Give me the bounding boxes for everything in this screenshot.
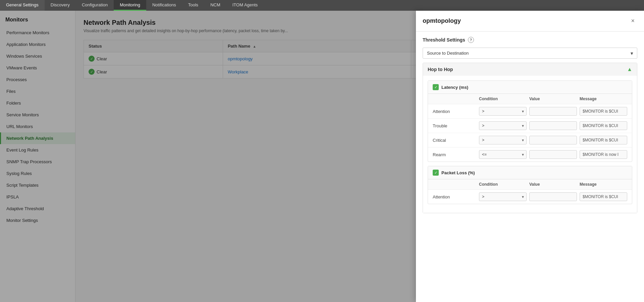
packet-loss-metric-header: ✓ Packet Loss (%) (428, 166, 632, 179)
trouble-label: Trouble (433, 123, 476, 128)
col-header-condition: Condition (479, 182, 527, 187)
latency-critical-row: Critical ><=>=<= ▼ (428, 133, 632, 147)
latency-trouble-row: Trouble ><=>=<= ▼ (428, 119, 632, 133)
nav-ncm[interactable]: NCM (204, 0, 226, 11)
packet-loss-table-header: Condition Value Message (428, 179, 632, 190)
packet-loss-metric-group: ✓ Packet Loss (%) Condition Value Messag… (428, 166, 632, 204)
modal-body: Threshold Settings ? Source to Destinati… (416, 32, 644, 302)
hop-to-hop-label: Hop to Hop (428, 67, 453, 72)
col-header-condition: Condition (479, 97, 527, 101)
critical-value-input[interactable] (529, 136, 577, 144)
chevron-up-icon: ▲ (627, 66, 632, 72)
latency-metric-header: ✓ Latency (ms) (428, 81, 632, 94)
help-icon[interactable]: ? (468, 37, 474, 43)
critical-condition-select[interactable]: ><=>=<= (479, 136, 527, 144)
attention-condition-select[interactable]: ><=>=<= (479, 107, 527, 116)
hop-to-hop-header[interactable]: Hop to Hop ▲ (423, 63, 637, 76)
latency-enabled-icon: ✓ (433, 84, 439, 90)
hop-to-hop-body: ✓ Latency (ms) Condition Value Message (423, 76, 637, 213)
critical-condition-wrapper: ><=>=<= ▼ (479, 136, 527, 144)
rearm-condition-wrapper: <=><=>= ▼ (479, 150, 527, 159)
critical-label: Critical (433, 138, 476, 143)
col-header-message: Message (580, 182, 627, 187)
packet-loss-metric-name: Packet Loss (%) (441, 170, 475, 175)
nav-notifications[interactable]: Notifications (146, 0, 182, 11)
attention-message-input[interactable] (580, 107, 627, 116)
pl-attention-condition-wrapper: ><=>=<= ▼ (479, 192, 527, 201)
source-to-destination-select[interactable]: Source to Destination (423, 48, 637, 59)
threshold-settings-label: Threshold Settings (423, 37, 465, 43)
packet-loss-enabled-icon: ✓ (433, 170, 439, 176)
nav-monitoring[interactable]: Monitoring (114, 0, 146, 11)
latency-table-header: Condition Value Message (428, 94, 632, 104)
rearm-value-input[interactable] (529, 150, 577, 159)
trouble-condition-wrapper: ><=>=<= ▼ (479, 121, 527, 130)
nav-itom-agents[interactable]: ITOM Agents (226, 0, 264, 11)
latency-rearm-row: Rearm <=><=>= ▼ (428, 147, 632, 162)
main-layout: Monitors Performance Monitors Applicatio… (0, 11, 644, 302)
modal-title: opmtopology (423, 17, 461, 24)
modal-close-button[interactable]: × (628, 16, 637, 26)
attention-label: Attention (433, 109, 476, 114)
col-header-empty (433, 97, 476, 101)
pl-attention-label: Attention (433, 194, 476, 199)
col-header-value: Value (529, 97, 577, 101)
col-header-message: Message (580, 97, 627, 101)
modal-panel: opmtopology × Threshold Settings ? Sourc… (416, 11, 644, 302)
col-header-value: Value (529, 182, 577, 187)
pl-attention-message-input[interactable] (580, 192, 627, 201)
trouble-value-input[interactable] (529, 121, 577, 130)
nav-discovery[interactable]: Discovery (45, 0, 76, 11)
trouble-message-input[interactable] (580, 121, 627, 130)
pl-attention-condition-select[interactable]: ><=>=<= (479, 192, 527, 201)
rearm-message-input[interactable] (580, 150, 627, 159)
latency-metric-group: ✓ Latency (ms) Condition Value Message (428, 80, 632, 162)
threshold-settings-header: Threshold Settings ? (423, 37, 637, 43)
nav-tools[interactable]: Tools (182, 0, 204, 11)
top-navigation: General Settings Discovery Configuration… (0, 0, 644, 11)
modal-header: opmtopology × (416, 11, 644, 32)
rearm-label: Rearm (433, 152, 476, 157)
critical-message-input[interactable] (580, 136, 627, 144)
hop-to-hop-accordion: Hop to Hop ▲ ✓ Latency (ms) Condit (423, 63, 637, 213)
latency-attention-row: Attention ><=>=<= ▼ (428, 104, 632, 119)
packet-loss-attention-row: Attention ><=>=<= ▼ (428, 190, 632, 204)
source-to-destination-wrapper: Source to Destination ▼ (423, 48, 637, 59)
nav-general-settings[interactable]: General Settings (0, 0, 45, 11)
nav-configuration[interactable]: Configuration (76, 0, 114, 11)
packet-loss-threshold-table: Condition Value Message Attention ><=>=<… (428, 179, 632, 204)
trouble-condition-select[interactable]: ><=>=<= (479, 121, 527, 130)
pl-attention-value-input[interactable] (529, 192, 577, 201)
latency-metric-name: Latency (ms) (441, 85, 468, 90)
latency-threshold-table: Condition Value Message Attention ><=>=<… (428, 94, 632, 162)
rearm-condition-select[interactable]: <=><=>= (479, 150, 527, 159)
col-header-empty (433, 182, 476, 187)
attention-value-input[interactable] (529, 107, 577, 116)
attention-condition-wrapper: ><=>=<= ▼ (479, 107, 527, 116)
